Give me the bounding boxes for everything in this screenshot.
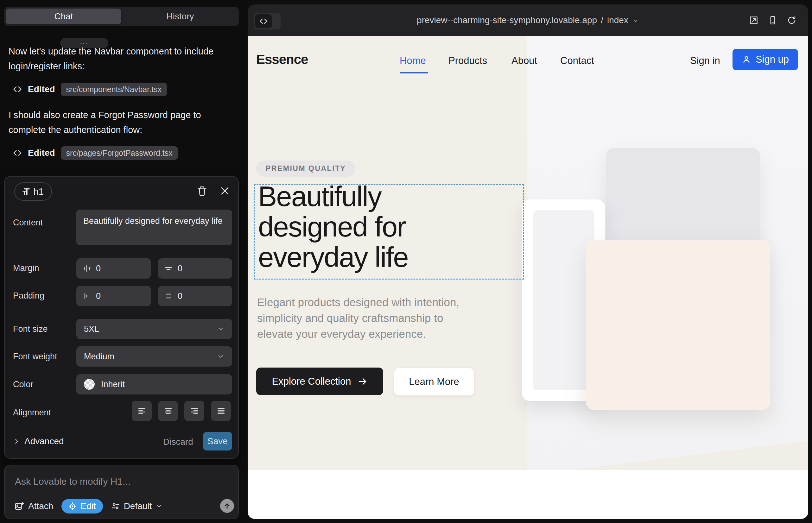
color-select[interactable]: Inherit bbox=[76, 374, 232, 395]
font-weight-label: Font weight bbox=[13, 352, 57, 362]
font-size-select[interactable]: 5XL bbox=[76, 319, 232, 339]
nav-active-underline bbox=[400, 72, 428, 73]
edit-label: Edit bbox=[81, 501, 96, 511]
margin-x-input[interactable]: 0 bbox=[76, 258, 151, 278]
preview-url: preview--charming-site-symphony.lovable.… bbox=[417, 15, 597, 25]
delete-element-button[interactable] bbox=[197, 185, 208, 196]
browser-frame: preview--charming-site-symphony.lovable.… bbox=[248, 4, 808, 519]
open-external-icon[interactable] bbox=[749, 16, 758, 25]
composer-input[interactable]: Ask Lovable to modify H1... bbox=[15, 476, 130, 487]
save-button[interactable]: Save bbox=[203, 432, 232, 451]
content-label: Content bbox=[13, 218, 43, 228]
signup-label: Sign up bbox=[756, 54, 789, 65]
font-size-label: Font size bbox=[13, 324, 48, 334]
attach-button[interactable]: Attach bbox=[14, 501, 53, 511]
margin-y-value: 0 bbox=[178, 264, 182, 273]
color-swatch bbox=[84, 379, 95, 390]
code-icon bbox=[13, 85, 22, 94]
nav-link-contact[interactable]: Contact bbox=[560, 55, 594, 67]
edited-label: Edited bbox=[28, 148, 55, 158]
browser-actions bbox=[749, 4, 796, 36]
arrow-up-icon bbox=[223, 502, 231, 510]
send-button[interactable] bbox=[220, 499, 234, 513]
arrow-right-icon bbox=[358, 377, 367, 386]
decor-card-cream bbox=[586, 240, 770, 410]
alignment-label: Alignment bbox=[13, 408, 51, 418]
typography-icon: TT bbox=[22, 186, 30, 197]
edited-file-chip[interactable]: src/components/Navbar.tsx bbox=[61, 83, 167, 96]
align-justify-button[interactable] bbox=[211, 401, 231, 421]
font-weight-select[interactable]: Medium bbox=[76, 346, 232, 366]
padding-y-input[interactable]: 0 bbox=[158, 286, 232, 306]
hero-heading[interactable]: Beautifully designed for everyday life bbox=[258, 181, 480, 272]
nav-link-about[interactable]: About bbox=[511, 55, 537, 67]
nav-link-products[interactable]: Products bbox=[448, 55, 487, 67]
sidebar-tabs: Chat History bbox=[4, 7, 239, 26]
signup-button[interactable]: Sign up bbox=[732, 49, 798, 70]
sliders-icon bbox=[111, 502, 120, 511]
page-name: index bbox=[607, 15, 628, 25]
align-center-button[interactable] bbox=[158, 401, 178, 421]
code-icon bbox=[13, 148, 22, 158]
color-label: Color bbox=[13, 380, 34, 390]
signin-link[interactable]: Sign in bbox=[690, 55, 720, 67]
edit-mode-button[interactable]: Edit bbox=[61, 499, 103, 513]
close-panel-button[interactable] bbox=[219, 185, 230, 196]
discard-button[interactable]: Discard bbox=[163, 437, 193, 447]
edited-file-row: Edited src/components/Navbar.tsx bbox=[13, 83, 167, 96]
chevron-down-icon bbox=[156, 503, 162, 510]
code-icon bbox=[255, 14, 272, 28]
chat-message: Now let's update the Navbar component to… bbox=[8, 44, 217, 74]
url-bar[interactable]: preview--charming-site-symphony.lovable.… bbox=[343, 4, 713, 36]
lovable-app: Chat History ⋯ Now let's update the Navb… bbox=[0, 0, 812, 523]
attach-label: Attach bbox=[28, 501, 53, 511]
margin-x-value: 0 bbox=[96, 264, 101, 273]
edit-target-icon bbox=[68, 502, 77, 510]
element-editor-panel: TT h1 Content Beautifully designed for e… bbox=[4, 176, 239, 459]
color-value: Inherit bbox=[101, 380, 125, 390]
learn-more-button[interactable]: Learn More bbox=[394, 367, 474, 396]
padding-vertical-icon bbox=[164, 292, 173, 300]
preview-page: Essence Home Products About Contact Sign… bbox=[248, 36, 808, 519]
composer-toolbar: Attach Edit Default bbox=[14, 499, 162, 513]
cta-primary-label: Explore Collection bbox=[272, 376, 351, 387]
chevron-down-icon bbox=[632, 17, 639, 24]
element-tag-label: h1 bbox=[34, 186, 44, 197]
cta-secondary-label: Learn More bbox=[409, 376, 459, 387]
model-default-button[interactable]: Default bbox=[111, 501, 163, 511]
content-input[interactable]: Beautifully designed for everyday life bbox=[76, 210, 232, 245]
chat-sidebar: Chat History ⋯ Now let's update the Navb… bbox=[0, 0, 246, 523]
selected-element-chip[interactable]: TT h1 bbox=[14, 182, 52, 201]
user-icon bbox=[742, 55, 751, 64]
edited-file-chip[interactable]: src/pages/ForgotPassword.tsx bbox=[61, 146, 178, 160]
default-label: Default bbox=[124, 501, 152, 511]
chevron-down-icon bbox=[217, 353, 225, 360]
chat-composer: Ask Lovable to modify H1... Attach Edit bbox=[4, 465, 239, 519]
margin-vertical-icon bbox=[164, 264, 173, 273]
code-view-toggle[interactable] bbox=[254, 13, 281, 30]
edited-file-row: Edited src/pages/ForgotPassword.tsx bbox=[13, 146, 178, 160]
site-logo[interactable]: Essence bbox=[256, 52, 308, 67]
padding-label: Padding bbox=[13, 291, 44, 301]
advanced-toggle[interactable]: Advanced bbox=[13, 436, 64, 446]
padding-horizontal-icon bbox=[83, 292, 91, 300]
nav-link-home[interactable]: Home bbox=[400, 55, 426, 67]
preview-pane: preview--charming-site-symphony.lovable.… bbox=[246, 0, 812, 523]
edited-label: Edited bbox=[28, 84, 55, 94]
tab-history[interactable]: History bbox=[122, 7, 239, 26]
align-right-button[interactable] bbox=[184, 401, 204, 421]
padding-x-input[interactable]: 0 bbox=[76, 286, 151, 306]
chevron-right-icon bbox=[13, 438, 20, 445]
padding-x-value: 0 bbox=[96, 291, 101, 301]
mobile-view-icon[interactable] bbox=[768, 16, 777, 25]
margin-horizontal-icon bbox=[83, 264, 91, 273]
chevron-down-icon bbox=[217, 325, 225, 333]
refresh-icon[interactable] bbox=[787, 16, 796, 25]
margin-y-input[interactable]: 0 bbox=[158, 258, 232, 278]
align-left-button[interactable] bbox=[132, 401, 152, 421]
explore-collection-button[interactable]: Explore Collection bbox=[256, 367, 383, 395]
url-path-separator: / bbox=[601, 15, 603, 25]
attach-image-icon bbox=[14, 502, 24, 511]
premium-quality-badge: PREMIUM QUALITY bbox=[256, 161, 355, 177]
tab-chat[interactable]: Chat bbox=[6, 8, 121, 24]
